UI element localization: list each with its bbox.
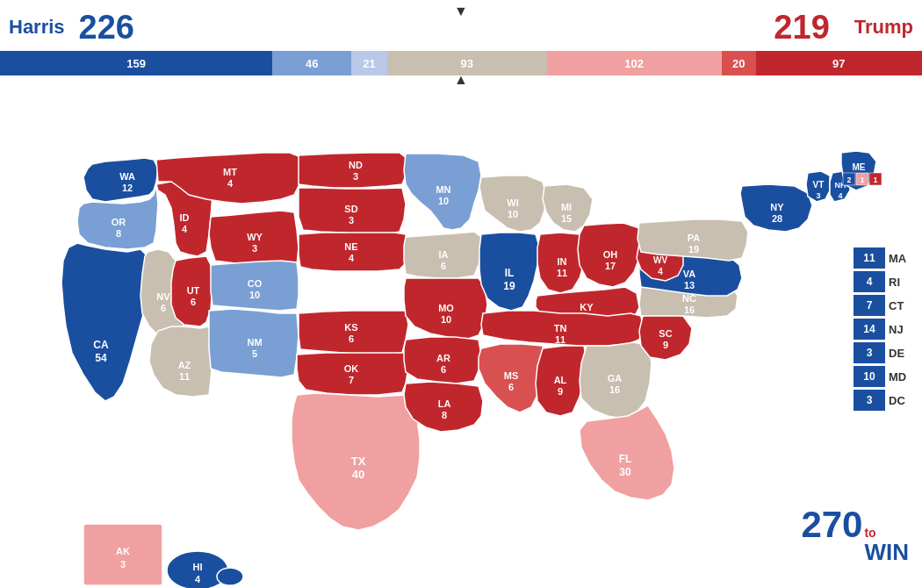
trump-label: Trump (854, 16, 913, 39)
svg-text:6: 6 (508, 382, 514, 392)
svg-text:15: 15 (561, 213, 572, 224)
up-arrow-indicator: ▲ (454, 72, 468, 88)
eastern-small-states-panel: 11MA4RI7CT14NJ3DE10MD3DC (854, 247, 915, 411)
svg-text:NV: NV (156, 291, 170, 302)
svg-text:MT: MT (223, 167, 237, 177)
svg-text:3: 3 (816, 191, 820, 200)
progress-segment-102: 102 (547, 51, 722, 75)
svg-text:1: 1 (860, 176, 864, 184)
svg-text:MO: MO (438, 303, 454, 313)
east-ev-box-ri: 4 (854, 271, 885, 292)
east-state-de: 3DE (854, 342, 915, 363)
svg-text:11: 11 (179, 371, 190, 382)
east-abbr-de: DE (889, 347, 915, 360)
east-abbr-md: MD (889, 370, 915, 384)
svg-text:9: 9 (558, 386, 563, 397)
east-ev-box-ma: 11 (854, 247, 885, 269)
svg-text:6: 6 (161, 303, 166, 313)
down-arrow-indicator: ▼ (454, 4, 468, 19)
svg-text:4: 4 (838, 191, 842, 200)
progress-segment-159: 159 (0, 51, 272, 75)
svg-text:1: 1 (873, 176, 877, 184)
svg-text:MS: MS (504, 370, 519, 381)
east-ev-box-ct: 7 (854, 295, 885, 316)
svg-marker-39 (299, 233, 408, 271)
svg-text:OR: OR (112, 217, 126, 227)
svg-text:4: 4 (182, 224, 188, 234)
east-state-ma: 11MA (854, 247, 915, 269)
svg-text:6: 6 (191, 297, 196, 307)
header-right: 219 Trump (774, 9, 913, 47)
east-ev-box-de: 3 (854, 342, 885, 363)
svg-text:HI: HI (193, 562, 203, 572)
svg-text:3: 3 (252, 243, 257, 254)
svg-text:NE: NE (344, 241, 357, 252)
svg-text:WV: WV (653, 255, 667, 265)
svg-text:10: 10 (441, 314, 451, 325)
svg-text:KY: KY (580, 302, 594, 312)
svg-text:AR: AR (436, 353, 450, 363)
svg-text:LA: LA (438, 398, 451, 409)
svg-text:WY: WY (247, 232, 263, 242)
harris-label: Harris (9, 16, 65, 39)
svg-text:MN: MN (436, 184, 450, 195)
svg-text:54: 54 (95, 352, 107, 364)
svg-text:NM: NM (247, 337, 262, 348)
svg-text:FL: FL (619, 453, 632, 465)
progress-segment-97: 97 (756, 51, 922, 75)
svg-text:8: 8 (442, 410, 447, 420)
svg-text:SD: SD (344, 204, 357, 214)
east-ev-box-nj: 14 (854, 319, 885, 340)
header: Harris 226 ▼ 219 Trump (0, 0, 922, 51)
progress-segment-46: 46 (272, 51, 351, 75)
svg-text:ID: ID (180, 212, 190, 223)
svg-text:PA: PA (688, 233, 701, 243)
svg-text:OH: OH (603, 249, 618, 260)
svg-text:7: 7 (349, 375, 354, 385)
progress-segment-20: 20 (722, 51, 756, 75)
east-state-md: 10MD (854, 366, 915, 387)
east-state-nj: 14NJ (854, 319, 915, 340)
svg-text:VT: VT (813, 180, 825, 190)
east-abbr-ri: RI (889, 276, 915, 289)
us-electoral-map: WA 12 OR 8 CA 54 NV 6 ID 4 MT 4 WY 3 UT … (0, 90, 922, 588)
progress-segment-21: 21 (351, 51, 387, 75)
svg-text:CA: CA (93, 339, 109, 351)
svg-text:30: 30 (619, 466, 631, 478)
east-state-dc: 3DC (854, 390, 915, 411)
svg-text:IN: IN (558, 256, 567, 267)
svg-text:NY: NY (770, 202, 784, 212)
svg-text:3: 3 (353, 171, 358, 182)
svg-text:5: 5 (252, 348, 257, 359)
east-abbr-ma: MA (889, 252, 915, 265)
svg-text:OK: OK (344, 363, 359, 374)
svg-text:9: 9 (663, 340, 668, 350)
svg-text:VA: VA (683, 269, 696, 279)
svg-marker-6 (61, 243, 149, 401)
svg-text:16: 16 (684, 305, 695, 315)
east-ev-box-dc: 3 (854, 390, 885, 411)
map-svg: WA 12 OR 8 CA 54 NV 6 ID 4 MT 4 WY 3 UT … (0, 90, 922, 588)
svg-text:11: 11 (555, 334, 565, 345)
svg-text:AK: AK (116, 546, 130, 556)
svg-text:28: 28 (772, 213, 782, 224)
svg-text:16: 16 (609, 384, 620, 395)
east-abbr-nj: NJ (889, 323, 915, 336)
svg-text:WI: WI (507, 197, 518, 208)
trump-count: 219 (774, 9, 829, 47)
svg-text:10: 10 (508, 209, 518, 219)
svg-point-137 (217, 568, 243, 585)
svg-text:6: 6 (441, 261, 446, 271)
svg-text:AZ: AZ (178, 360, 191, 370)
svg-text:TX: TX (351, 455, 366, 468)
logo-270: 270 (801, 506, 862, 543)
svg-text:ME: ME (853, 162, 866, 172)
svg-text:10: 10 (249, 290, 260, 300)
svg-text:WA: WA (119, 171, 135, 182)
svg-text:GA: GA (608, 373, 623, 384)
svg-text:6: 6 (349, 333, 354, 344)
svg-text:2: 2 (846, 176, 851, 184)
svg-text:6: 6 (441, 364, 446, 375)
east-state-ct: 7CT (854, 295, 915, 316)
svg-text:IA: IA (439, 249, 449, 260)
